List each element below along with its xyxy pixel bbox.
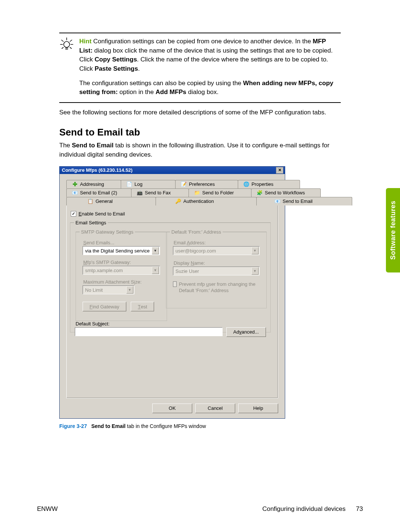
send-to-email-icon: 📧 [274,198,280,204]
chevron-down-icon: ▼ [152,247,159,254]
help-button[interactable]: Help [238,404,278,413]
log-icon: 📄 [126,181,132,187]
after-hint-text: See the following sections for more deta… [59,103,341,117]
max-attachment-combo: No Limit▼ [83,285,134,294]
workflows-icon: 🧩 [257,190,263,195]
default-subject-input[interactable] [75,327,223,336]
properties-icon: 🌐 [243,181,249,187]
email-address-field: user@bigcorp.com▼ [173,246,260,255]
dialog-title: Configure Mfps (63.230.114.52) [62,167,133,173]
footer-left: ENWW [37,505,58,513]
tab-properties[interactable]: 🌐Properties [238,180,300,188]
folder-icon: 📁 [194,190,200,195]
side-tab-label: Software features [389,201,397,260]
ok-button[interactable]: OK [152,404,192,413]
advanced-button[interactable]: Advanced... [226,327,266,337]
prevent-change-checkbox [173,281,177,287]
cancel-button[interactable]: Cancel [195,404,235,413]
svg-line-1 [61,40,63,41]
figure-caption: Figure 3-27 Send to Email tab in the Con… [59,421,341,429]
chevron-down-icon: ▼ [251,267,259,275]
email-settings-group: Email Settings SMTP Gateway Settings Sen… [70,220,271,333]
tab-log[interactable]: 📄Log [121,180,176,188]
configure-mfps-dialog: Configure Mfps (63.230.114.52) ✕ 🕂Addres… [59,166,285,419]
default-from-group: Default 'From:' Address Email Address: u… [166,229,267,309]
tab-send-to-email[interactable]: 📧Send to Email [256,197,352,205]
addressing-icon: 🕂 [72,181,78,187]
hint-paragraph-2: The configuration settings can also be c… [79,79,341,97]
smtp-gateway-field: smtp.xample.com▼ [83,266,160,275]
find-gateway-button: Find Gateway [83,302,126,311]
tab-preferences[interactable]: 📝Preferences [175,180,238,188]
chapter-side-tab: Software features [386,188,400,272]
test-button: Test [131,302,154,311]
tab-send-to-email-2[interactable]: 📧Send to Email (2) [66,188,131,197]
hint-label: Hint [79,38,91,45]
svg-point-7 [64,41,70,47]
tab-send-to-workflows[interactable]: 🧩Send to Workflows [251,188,321,197]
tab-send-to-fax[interactable]: 📠Send to Fax [131,188,189,197]
lightbulb-icon [59,37,74,97]
footer-page-number: 73 [356,505,363,513]
display-name-field: Suzie User▼ [173,267,260,275]
check-icon: ✓ [71,211,76,217]
svg-line-6 [70,47,71,48]
smtp-legend: SMTP Gateway Settings [80,229,135,235]
chevron-down-icon: ▼ [251,247,259,254]
tab-send-to-folder[interactable]: 📁Send to Folder [189,188,251,197]
chevron-down-icon: ▼ [152,267,159,274]
smtp-gateway-group: SMTP Gateway Settings Send Emails... via… [76,229,167,321]
email-settings-legend: Email Settings [74,220,108,225]
tab-addressing[interactable]: 🕂Addressing [66,180,121,188]
send-emails-combo[interactable]: via the Digital Sending service▼ [83,246,160,255]
fax-icon: 📠 [137,190,143,195]
enable-send-to-email-checkbox[interactable]: ✓ EEnable Send to Emailnable Send to Ema… [65,209,280,218]
hint-block: Hint Configuration settings can be copie… [59,33,341,102]
preferences-icon: 📝 [181,181,187,187]
footer-section: Configuring individual devices [262,505,346,513]
svg-line-2 [70,40,72,41]
hint-paragraph-1: Configuration settings can be copied fro… [79,38,333,72]
section-intro: The Send to Email tab is shown in the fo… [59,141,341,159]
chevron-down-icon: ▼ [126,286,133,294]
close-icon[interactable]: ✕ [276,167,283,174]
svg-line-5 [62,47,63,48]
default-from-legend: Default 'From:' Address [170,229,223,235]
email2-icon: 📧 [72,190,78,195]
section-heading: Send to Email tab [59,127,341,138]
